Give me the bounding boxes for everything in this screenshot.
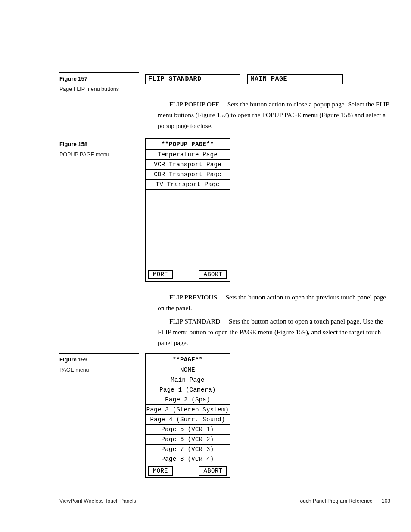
figure-158-block: Figure 158 POPUP PAGE menu <box>59 138 139 158</box>
flip-popup-off-paragraph: — FLIP POPUP OFF Sets the button action … <box>158 99 390 131</box>
flip-previous-lead: FLIP PREVIOUS <box>169 293 217 301</box>
popup-page-menu: **POPUP PAGE** Temperature Page VCR Tran… <box>145 138 230 282</box>
figure-159-caption: PAGE menu <box>59 367 139 373</box>
main-page-button[interactable]: MAIN PAGE <box>247 74 343 84</box>
flip-previous-paragraph: — FLIP PREVIOUS Sets the button action t… <box>158 292 390 314</box>
page-menu-item[interactable]: Page 8 (VCR 4) <box>146 454 230 464</box>
flip-standard-lead: FLIP STANDARD <box>169 317 220 325</box>
figure-159-rule <box>59 353 139 354</box>
figure-157-caption: Page FLIP menu buttons <box>59 86 139 92</box>
figure-158-rule <box>59 138 139 138</box>
footer-section: Touch Panel Program Reference <box>298 498 373 504</box>
page-menu: **PAGE** NONE Main Page Page 1 (Camera) … <box>145 353 230 478</box>
more-button[interactable]: MORE <box>148 466 173 476</box>
more-button[interactable]: MORE <box>148 270 173 279</box>
abort-button[interactable]: ABORT <box>199 466 227 476</box>
figure-157-block: Figure 157 Page FLIP menu buttons <box>59 72 139 92</box>
flip-popup-off-lead: FLIP POPUP OFF <box>169 100 219 108</box>
page-number: 103 <box>382 498 390 504</box>
page-menu-item[interactable]: Page 2 (Spa) <box>146 395 230 405</box>
em-dash: — <box>158 317 169 325</box>
page-menu-item[interactable]: Page 1 (Camera) <box>146 385 230 395</box>
figure-157-title: Figure 157 <box>59 75 139 82</box>
figure-159-title: Figure 159 <box>59 356 139 363</box>
page: Figure 157 Page FLIP menu buttons FLIP S… <box>0 0 411 532</box>
figure-158-caption: POPUP PAGE menu <box>59 152 139 158</box>
page-menu-item[interactable]: Page 6 (VCR 2) <box>146 435 230 445</box>
popup-menu-item[interactable]: Temperature Page <box>146 150 230 160</box>
page-menu-footer: MORE ABORT <box>146 464 230 477</box>
popup-menu-item[interactable]: TV Transport Page <box>146 180 230 190</box>
page-menu-item[interactable]: Main Page <box>146 375 230 385</box>
page-menu-item[interactable]: NONE <box>146 365 230 375</box>
popup-page-menu-title: **POPUP PAGE** <box>146 139 230 150</box>
figure-158-title: Figure 158 <box>59 141 139 147</box>
figure-157-rule <box>59 72 139 73</box>
page-menu-item[interactable]: Page 3 (Stereo System) <box>146 405 230 415</box>
figure-157-buttons: FLIP STANDARD MAIN PAGE <box>145 74 343 84</box>
popup-menu-footer: MORE ABORT <box>146 268 230 281</box>
page-footer: ViewPoint Wireless Touch Panels Touch Pa… <box>59 498 390 504</box>
page-menu-item[interactable]: Page 5 (VCR 1) <box>146 425 230 435</box>
popup-menu-item[interactable]: CDR Transport Page <box>146 170 230 180</box>
figure-159-block: Figure 159 PAGE menu <box>59 353 139 373</box>
page-menu-item[interactable]: Page 7 (VCR 3) <box>146 445 230 454</box>
em-dash: — <box>158 293 169 301</box>
page-menu-item[interactable]: Page 4 (Surr. Sound) <box>146 415 230 425</box>
popup-menu-item[interactable]: VCR Transport Page <box>146 160 230 170</box>
flip-standard-button[interactable]: FLIP STANDARD <box>145 74 240 84</box>
em-dash: — <box>158 100 169 108</box>
footer-left: ViewPoint Wireless Touch Panels <box>59 498 136 504</box>
abort-button[interactable]: ABORT <box>199 270 227 279</box>
footer-right: Touch Panel Program Reference 103 <box>298 498 390 504</box>
page-menu-title: **PAGE** <box>146 354 230 365</box>
flip-standard-paragraph: — FLIP STANDARD Sets the button action t… <box>158 316 390 348</box>
